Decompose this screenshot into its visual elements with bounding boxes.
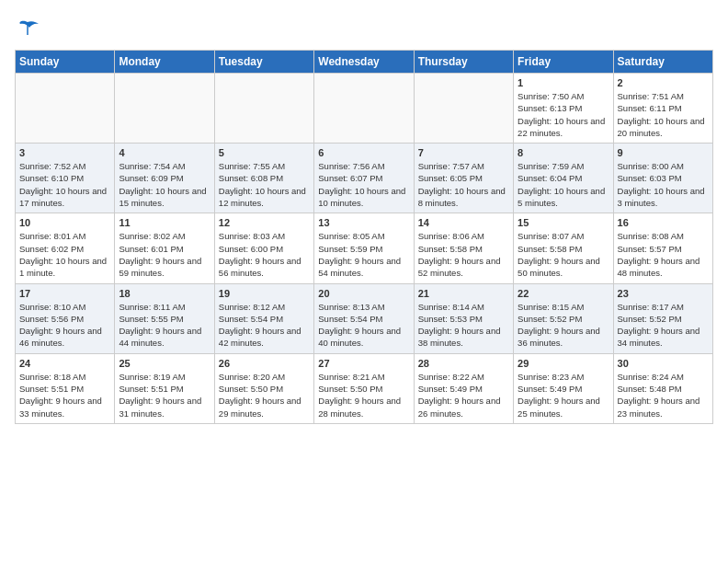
weekday-header: Monday [115, 51, 214, 74]
day-number: 22 [518, 288, 609, 299]
day-info: Sunrise: 8:22 AM Sunset: 5:49 PM Dayligh… [418, 371, 509, 419]
day-number: 16 [618, 217, 709, 228]
calendar-cell: 16Sunrise: 8:08 AM Sunset: 5:57 PM Dayli… [613, 213, 712, 283]
day-number: 8 [518, 147, 609, 158]
calendar-table: SundayMondayTuesdayWednesdayThursdayFrid… [15, 50, 713, 424]
day-number: 10 [19, 217, 110, 228]
day-number: 25 [119, 358, 210, 369]
day-info: Sunrise: 8:08 AM Sunset: 5:57 PM Dayligh… [618, 230, 709, 279]
calendar-body: 1Sunrise: 7:50 AM Sunset: 6:13 PM Daylig… [16, 74, 713, 424]
day-number: 15 [518, 217, 609, 228]
weekday-header: Sunday [16, 51, 115, 74]
day-number: 9 [618, 147, 709, 158]
calendar-cell: 12Sunrise: 8:03 AM Sunset: 6:00 PM Dayli… [214, 213, 313, 283]
weekday-header: Saturday [613, 51, 712, 74]
day-number: 12 [219, 217, 310, 228]
weekday-header: Thursday [414, 51, 513, 74]
calendar-cell: 3Sunrise: 7:52 AM Sunset: 6:10 PM Daylig… [16, 144, 115, 213]
calendar-cell: 13Sunrise: 8:05 AM Sunset: 5:59 PM Dayli… [314, 213, 414, 283]
calendar-cell [16, 74, 115, 144]
calendar-cell: 28Sunrise: 8:22 AM Sunset: 5:49 PM Dayli… [414, 353, 513, 423]
day-number: 1 [518, 77, 609, 88]
day-number: 23 [618, 288, 709, 299]
calendar-cell: 19Sunrise: 8:12 AM Sunset: 5:54 PM Dayli… [214, 283, 313, 353]
calendar-cell: 4Sunrise: 7:54 AM Sunset: 6:09 PM Daylig… [115, 144, 214, 213]
calendar-cell [115, 74, 214, 144]
calendar-cell: 8Sunrise: 7:59 AM Sunset: 6:04 PM Daylig… [514, 144, 613, 213]
day-number: 21 [418, 288, 509, 299]
day-number: 29 [518, 358, 609, 369]
day-number: 28 [418, 358, 509, 369]
day-info: Sunrise: 8:14 AM Sunset: 5:53 PM Dayligh… [418, 301, 509, 350]
day-info: Sunrise: 8:13 AM Sunset: 5:54 PM Dayligh… [318, 301, 409, 350]
day-info: Sunrise: 8:18 AM Sunset: 5:51 PM Dayligh… [19, 371, 110, 419]
weekday-header: Friday [514, 51, 613, 74]
calendar-cell: 9Sunrise: 8:00 AM Sunset: 6:03 PM Daylig… [613, 144, 712, 213]
day-info: Sunrise: 8:03 AM Sunset: 6:00 PM Dayligh… [219, 230, 310, 279]
calendar-cell: 22Sunrise: 8:15 AM Sunset: 5:52 PM Dayli… [514, 283, 613, 353]
logo [15, 15, 44, 40]
day-number: 13 [318, 217, 409, 228]
day-info: Sunrise: 8:02 AM Sunset: 6:01 PM Dayligh… [119, 230, 210, 279]
day-info: Sunrise: 7:52 AM Sunset: 6:10 PM Dayligh… [19, 160, 110, 209]
day-number: 24 [19, 358, 110, 369]
day-info: Sunrise: 8:10 AM Sunset: 5:56 PM Dayligh… [19, 301, 110, 350]
day-info: Sunrise: 8:15 AM Sunset: 5:52 PM Dayligh… [518, 301, 609, 350]
day-info: Sunrise: 8:00 AM Sunset: 6:03 PM Dayligh… [618, 160, 709, 209]
weekday-header: Wednesday [314, 51, 414, 74]
day-number: 2 [618, 77, 709, 88]
day-number: 6 [318, 147, 409, 158]
day-number: 14 [418, 217, 509, 228]
day-info: Sunrise: 8:20 AM Sunset: 5:50 PM Dayligh… [219, 371, 310, 419]
calendar-cell: 26Sunrise: 8:20 AM Sunset: 5:50 PM Dayli… [214, 353, 313, 423]
calendar-cell: 25Sunrise: 8:19 AM Sunset: 5:51 PM Dayli… [115, 353, 214, 423]
day-info: Sunrise: 8:17 AM Sunset: 5:52 PM Dayligh… [618, 301, 709, 350]
logo-icon [15, 15, 40, 40]
calendar-cell: 1Sunrise: 7:50 AM Sunset: 6:13 PM Daylig… [514, 74, 613, 144]
day-number: 17 [19, 288, 110, 299]
day-info: Sunrise: 8:23 AM Sunset: 5:49 PM Dayligh… [518, 371, 609, 419]
calendar-cell: 18Sunrise: 8:11 AM Sunset: 5:55 PM Dayli… [115, 283, 214, 353]
calendar-week-row: 3Sunrise: 7:52 AM Sunset: 6:10 PM Daylig… [16, 144, 713, 213]
day-info: Sunrise: 8:01 AM Sunset: 6:02 PM Dayligh… [19, 230, 110, 279]
calendar-cell [414, 74, 513, 144]
day-info: Sunrise: 7:50 AM Sunset: 6:13 PM Dayligh… [518, 90, 609, 139]
day-number: 27 [318, 358, 409, 369]
day-info: Sunrise: 8:12 AM Sunset: 5:54 PM Dayligh… [219, 301, 310, 350]
day-number: 19 [219, 288, 310, 299]
day-info: Sunrise: 7:51 AM Sunset: 6:11 PM Dayligh… [618, 90, 709, 139]
calendar-cell: 29Sunrise: 8:23 AM Sunset: 5:49 PM Dayli… [514, 353, 613, 423]
day-info: Sunrise: 7:55 AM Sunset: 6:08 PM Dayligh… [219, 160, 310, 209]
day-number: 30 [618, 358, 709, 369]
day-number: 20 [318, 288, 409, 299]
calendar-cell: 27Sunrise: 8:21 AM Sunset: 5:50 PM Dayli… [314, 353, 414, 423]
weekday-header: Tuesday [214, 51, 313, 74]
calendar-cell: 15Sunrise: 8:07 AM Sunset: 5:58 PM Dayli… [514, 213, 613, 283]
calendar-cell: 11Sunrise: 8:02 AM Sunset: 6:01 PM Dayli… [115, 213, 214, 283]
calendar-week-row: 24Sunrise: 8:18 AM Sunset: 5:51 PM Dayli… [16, 353, 713, 423]
calendar-week-row: 17Sunrise: 8:10 AM Sunset: 5:56 PM Dayli… [16, 283, 713, 353]
calendar-cell: 14Sunrise: 8:06 AM Sunset: 5:58 PM Dayli… [414, 213, 513, 283]
day-info: Sunrise: 8:21 AM Sunset: 5:50 PM Dayligh… [318, 371, 409, 419]
day-number: 18 [119, 288, 210, 299]
day-info: Sunrise: 8:11 AM Sunset: 5:55 PM Dayligh… [119, 301, 210, 350]
day-info: Sunrise: 8:19 AM Sunset: 5:51 PM Dayligh… [119, 371, 210, 419]
calendar-cell: 23Sunrise: 8:17 AM Sunset: 5:52 PM Dayli… [613, 283, 712, 353]
day-number: 5 [219, 147, 310, 158]
calendar-cell [314, 74, 414, 144]
day-number: 3 [19, 147, 110, 158]
day-info: Sunrise: 7:54 AM Sunset: 6:09 PM Dayligh… [119, 160, 210, 209]
day-info: Sunrise: 8:06 AM Sunset: 5:58 PM Dayligh… [418, 230, 509, 279]
calendar-cell [214, 74, 313, 144]
calendar-cell: 17Sunrise: 8:10 AM Sunset: 5:56 PM Dayli… [16, 283, 115, 353]
calendar-cell: 21Sunrise: 8:14 AM Sunset: 5:53 PM Dayli… [414, 283, 513, 353]
day-number: 4 [119, 147, 210, 158]
day-info: Sunrise: 7:57 AM Sunset: 6:05 PM Dayligh… [418, 160, 509, 209]
calendar-header-row: SundayMondayTuesdayWednesdayThursdayFrid… [16, 51, 713, 74]
day-info: Sunrise: 8:24 AM Sunset: 5:48 PM Dayligh… [618, 371, 709, 419]
day-info: Sunrise: 7:56 AM Sunset: 6:07 PM Dayligh… [318, 160, 409, 209]
calendar-cell: 24Sunrise: 8:18 AM Sunset: 5:51 PM Dayli… [16, 353, 115, 423]
calendar-cell: 30Sunrise: 8:24 AM Sunset: 5:48 PM Dayli… [613, 353, 712, 423]
calendar-week-row: 10Sunrise: 8:01 AM Sunset: 6:02 PM Dayli… [16, 213, 713, 283]
calendar-cell: 7Sunrise: 7:57 AM Sunset: 6:05 PM Daylig… [414, 144, 513, 213]
